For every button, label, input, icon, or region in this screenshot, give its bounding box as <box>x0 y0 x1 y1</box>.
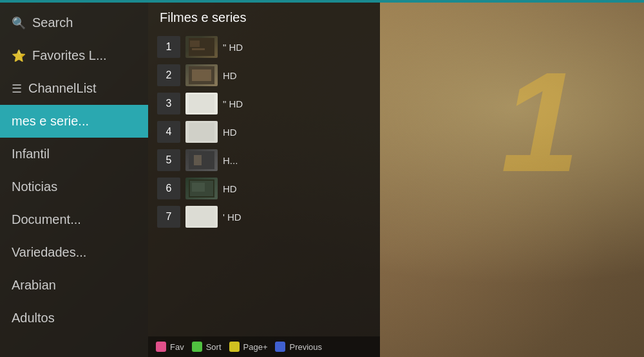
channel-thumbnail <box>185 149 218 171</box>
top-bar <box>0 0 644 3</box>
sidebar-item-label: Document... <box>12 212 81 227</box>
channel-row[interactable]: 7 ' HD <box>155 203 374 231</box>
channel-row[interactable]: 4 HD <box>155 118 374 146</box>
channel-number: 6 <box>157 178 180 199</box>
svg-rect-8 <box>194 155 202 165</box>
sidebar-item-adultos[interactable]: Adultos <box>0 302 148 334</box>
search-icon: 🔍 <box>12 16 26 30</box>
svg-rect-5 <box>189 95 214 113</box>
svg-rect-6 <box>189 123 214 141</box>
svg-rect-2 <box>192 48 205 50</box>
sidebar-item-label: mes e serie... <box>12 114 89 129</box>
sort-color-dot <box>192 342 202 352</box>
sidebar-item-channellist[interactable]: ☰ ChannelList <box>0 72 148 105</box>
sidebar-item-label: Adultos <box>12 311 55 325</box>
channel-number: 1 <box>157 36 180 58</box>
sidebar-item-label: Variedades... <box>12 245 86 260</box>
sidebar-item-label: Search <box>32 15 73 30</box>
sidebar: 🔍 Search ⭐ Favorites L... ☰ ChannelList … <box>0 0 148 357</box>
channel-row[interactable]: 6 HD <box>155 174 374 203</box>
channel-number: 4 <box>157 121 180 143</box>
star-icon: ⭐ <box>12 49 26 63</box>
channel-number: 3 <box>157 93 180 114</box>
previous-label: Previous <box>289 342 322 352</box>
channel-name: HD <box>223 183 371 194</box>
svg-rect-11 <box>192 183 205 192</box>
pageplus-label: Page+ <box>243 342 268 352</box>
sort-label: Sort <box>206 342 222 352</box>
channel-number: 7 <box>157 206 180 228</box>
channel-name: HD <box>223 127 371 138</box>
channel-thumbnail <box>185 36 218 58</box>
channel-name: HD <box>223 70 371 81</box>
svg-rect-1 <box>190 41 200 47</box>
sidebar-item-noticias[interactable]: Noticias <box>0 170 148 203</box>
panel-title: Filmes e series <box>148 0 380 33</box>
channel-thumbnail <box>185 121 218 143</box>
sidebar-item-documentarios[interactable]: Document... <box>0 203 148 236</box>
watermark-number: 1 <box>501 51 580 193</box>
sidebar-item-search[interactable]: 🔍 Search <box>0 6 148 39</box>
svg-rect-4 <box>192 69 211 81</box>
panel-footer: Fav Sort Page+ Previous <box>148 336 380 357</box>
sidebar-item-label: Noticias <box>12 179 57 194</box>
channel-row[interactable]: 2 HD <box>155 61 374 89</box>
sidebar-item-favorites[interactable]: ⭐ Favorites L... <box>0 39 148 72</box>
channel-row[interactable]: 5 H... <box>155 146 374 174</box>
channel-name: " HD <box>223 98 371 109</box>
channel-thumbnail <box>185 93 218 114</box>
svg-rect-12 <box>189 208 214 226</box>
channel-number: 2 <box>157 64 180 86</box>
channel-name: H... <box>223 155 371 166</box>
channel-thumbnail <box>185 64 218 86</box>
fav-label: Fav <box>170 342 184 352</box>
sidebar-item-label: Arabian <box>12 278 56 293</box>
sidebar-item-filmes[interactable]: mes e serie... <box>0 105 148 138</box>
sidebar-item-label: ChannelList <box>28 81 97 96</box>
channel-name: ' HD <box>223 212 371 223</box>
fav-color-dot <box>156 342 166 352</box>
channel-row[interactable]: 3 " HD <box>155 89 374 118</box>
channel-row[interactable]: 1 " HD <box>155 33 374 61</box>
sidebar-item-infantil[interactable]: Infantil <box>0 138 148 170</box>
channel-list: 1 " HD 2 HD 3 " HD 4 HD <box>148 33 380 336</box>
previous-color-dot <box>275 342 285 352</box>
channel-thumbnail <box>185 206 218 228</box>
pageplus-color-dot <box>229 342 240 352</box>
sidebar-item-arabian[interactable]: Arabian <box>0 269 148 302</box>
sidebar-item-variedades[interactable]: Variedades... <box>0 236 148 269</box>
channel-name: " HD <box>223 42 371 53</box>
channel-thumbnail <box>185 178 218 199</box>
channel-number: 5 <box>157 149 180 171</box>
sidebar-item-label: Infantil <box>12 147 50 161</box>
channel-panel: Filmes e series 1 " HD 2 HD 3 " HD 4 <box>148 0 380 357</box>
sidebar-item-label: Favorites L... <box>32 48 107 63</box>
list-icon: ☰ <box>12 82 22 96</box>
